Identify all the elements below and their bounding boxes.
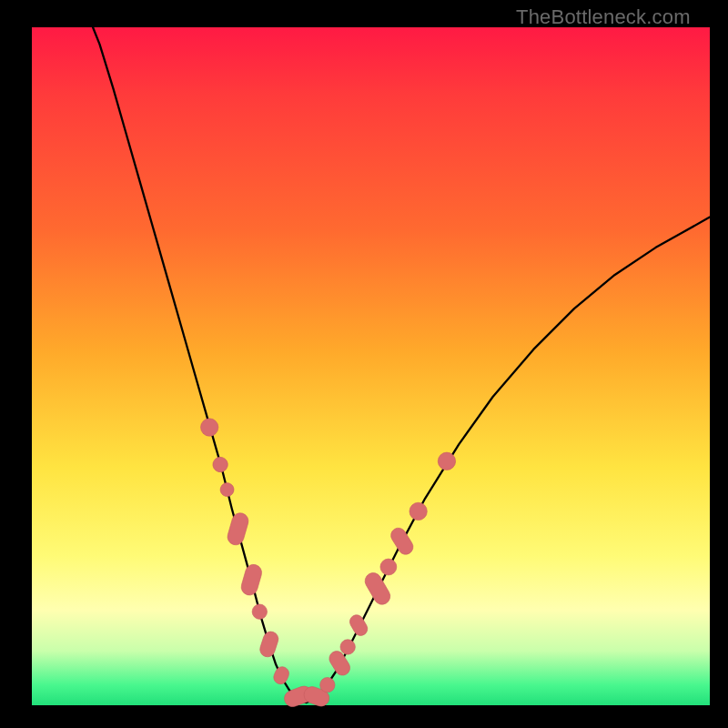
- curve-line: [93, 27, 710, 703]
- svg-point-17: [410, 502, 427, 520]
- data-markers: [201, 419, 456, 709]
- svg-rect-16: [389, 525, 416, 557]
- svg-point-15: [380, 559, 397, 575]
- svg-rect-14: [362, 570, 393, 607]
- svg-point-0: [201, 419, 218, 436]
- outer-frame: TheBottleneck.com: [0, 0, 728, 728]
- svg-rect-4: [239, 562, 264, 597]
- svg-point-5: [252, 604, 267, 619]
- svg-rect-3: [226, 511, 250, 547]
- svg-rect-13: [348, 612, 370, 638]
- svg-point-18: [438, 452, 455, 470]
- svg-rect-2: [218, 481, 235, 498]
- svg-rect-1: [211, 455, 229, 473]
- svg-rect-6: [258, 630, 280, 659]
- chart-overlay: [0, 0, 728, 728]
- svg-point-10: [320, 677, 335, 692]
- svg-rect-7: [271, 664, 290, 686]
- svg-point-12: [340, 640, 355, 654]
